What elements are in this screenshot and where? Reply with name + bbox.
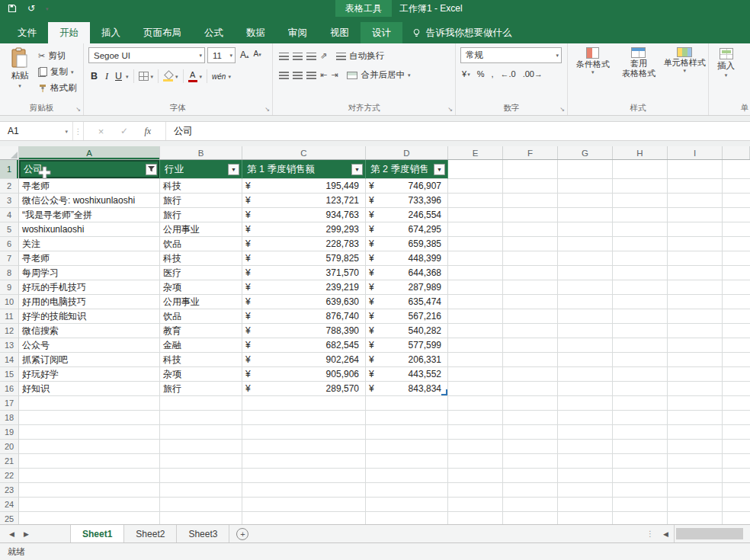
cell-empty[interactable] <box>668 512 723 524</box>
tab-review[interactable]: 审阅 <box>277 22 319 43</box>
cell-empty[interactable] <box>668 179 723 194</box>
cell-empty[interactable] <box>19 469 160 483</box>
cell-empty[interactable] <box>668 208 723 222</box>
cell-industry[interactable]: 教育 <box>160 324 242 338</box>
cell-empty[interactable] <box>668 237 723 251</box>
cell-empty[interactable] <box>503 469 558 483</box>
column-header-D[interactable]: D <box>366 146 448 159</box>
align-top-icon[interactable] <box>279 53 289 60</box>
cell-empty[interactable] <box>448 222 503 237</box>
cell-company[interactable]: 好玩的手机技巧 <box>19 280 160 295</box>
cell-empty[interactable] <box>558 179 613 194</box>
cell-industry[interactable]: 杂项 <box>160 367 242 382</box>
column-header-E[interactable]: E <box>448 146 503 159</box>
cell-empty[interactable] <box>503 382 558 396</box>
cell-empty[interactable] <box>558 237 613 251</box>
cell-empty[interactable] <box>668 251 723 266</box>
decrease-decimal-button[interactable]: .00→ <box>523 69 543 78</box>
cell-empty[interactable] <box>723 454 750 469</box>
cell-empty[interactable] <box>723 280 750 295</box>
cut-button[interactable]: ✂剪切 <box>38 48 77 64</box>
formula-input[interactable]: 公司 <box>166 122 750 140</box>
cell-empty[interactable] <box>19 425 160 440</box>
cell-empty[interactable] <box>242 396 366 411</box>
cell-empty[interactable] <box>558 222 613 237</box>
cell-company[interactable]: 好学的技能知识 <box>19 309 160 324</box>
cell-empty[interactable] <box>558 512 613 524</box>
cell-industry[interactable]: 科技 <box>160 353 242 367</box>
cell-empty[interactable] <box>448 309 503 324</box>
cell-empty[interactable] <box>366 440 448 454</box>
horizontal-scrollbar[interactable] <box>674 525 750 542</box>
cell-industry[interactable]: 科技 <box>160 179 242 194</box>
cell-empty[interactable] <box>503 353 558 367</box>
row-number[interactable]: 16 <box>0 382 19 396</box>
cell-empty[interactable] <box>668 454 723 469</box>
cell-empty[interactable] <box>723 237 750 251</box>
cell-industry[interactable]: 金融 <box>160 338 242 353</box>
fill-color-icon[interactable] <box>163 72 173 82</box>
row-number[interactable]: 13 <box>0 338 19 353</box>
cell-q1-sales[interactable]: ¥ 639,630 <box>242 295 366 309</box>
align-left-icon[interactable] <box>279 72 289 79</box>
cell-empty[interactable] <box>448 251 503 266</box>
cell-B1[interactable]: 行业 ▼ <box>160 160 242 179</box>
cell-empty[interactable] <box>160 425 242 440</box>
horizontal-scrollbar-thumb[interactable] <box>676 528 743 539</box>
column-header-G[interactable]: G <box>558 146 613 159</box>
cell-empty[interactable] <box>723 194 750 208</box>
row-number[interactable]: 24 <box>0 498 19 512</box>
italic-button[interactable]: I <box>102 71 111 82</box>
decrease-indent-icon[interactable]: ⇤ <box>320 71 327 79</box>
cell-empty[interactable] <box>160 512 242 524</box>
cell-empty[interactable] <box>366 483 448 498</box>
cell-empty[interactable] <box>503 425 558 440</box>
cell-q2-sales[interactable]: ¥ 659,385 <box>366 237 448 251</box>
cell-company[interactable]: 微信公众号: woshixunlaoshi <box>19 194 160 208</box>
cell-empty[interactable] <box>558 309 613 324</box>
filter-button-q1[interactable]: ▼ <box>351 164 363 175</box>
cell-empty[interactable] <box>160 454 242 469</box>
cell-empty[interactable] <box>723 425 750 440</box>
cell-empty[interactable] <box>723 309 750 324</box>
cell-q2-sales[interactable]: ¥ 635,474 <box>366 295 448 309</box>
copy-button[interactable]: 复制▾ <box>38 64 77 80</box>
cell-empty[interactable] <box>503 237 558 251</box>
cell-empty[interactable] <box>723 440 750 454</box>
cell-empty[interactable] <box>668 483 723 498</box>
name-box-caret-icon[interactable]: ▾ <box>65 129 68 134</box>
tab-data[interactable]: 数据 <box>235 22 277 43</box>
cell-empty[interactable] <box>668 160 723 179</box>
cell-empty[interactable] <box>558 483 613 498</box>
cell-empty[interactable] <box>160 411 242 425</box>
cell-q1-sales[interactable]: ¥ 788,390 <box>242 324 366 338</box>
sheet-tab-sheet3[interactable]: Sheet3 <box>177 525 229 542</box>
cell-empty[interactable] <box>723 179 750 194</box>
row-number[interactable]: 5 <box>0 222 19 237</box>
grow-font-button[interactable]: A▴ <box>240 50 249 60</box>
cell-empty[interactable] <box>242 440 366 454</box>
column-header-partial[interactable] <box>723 146 750 159</box>
cell-empty[interactable] <box>448 382 503 396</box>
enter-icon[interactable]: ✓ <box>120 126 128 136</box>
cell-empty[interactable] <box>558 194 613 208</box>
cell-empty[interactable] <box>558 367 613 382</box>
cell-empty[interactable] <box>448 266 503 280</box>
row-number[interactable]: 23 <box>0 483 19 498</box>
cell-empty[interactable] <box>242 483 366 498</box>
cell-company[interactable]: woshixunlaoshi <box>19 222 160 237</box>
qat-customize-caret-icon[interactable]: ▾ <box>46 6 49 11</box>
cell-q1-sales[interactable]: ¥ 299,293 <box>242 222 366 237</box>
cell-industry[interactable]: 科技 <box>160 251 242 266</box>
cell-q2-sales[interactable]: ¥ 246,554 <box>366 208 448 222</box>
cell-empty[interactable] <box>448 454 503 469</box>
font-color-button[interactable]: A <box>188 71 197 82</box>
cell-empty[interactable] <box>503 222 558 237</box>
cell-empty[interactable] <box>668 309 723 324</box>
cell-q2-sales[interactable]: ¥ 733,396 <box>366 194 448 208</box>
cell-empty[interactable] <box>503 251 558 266</box>
filter-button-industry[interactable]: ▼ <box>228 164 239 175</box>
cell-empty[interactable] <box>448 324 503 338</box>
cell-industry[interactable]: 旅行 <box>160 208 242 222</box>
cell-empty[interactable] <box>613 160 668 179</box>
